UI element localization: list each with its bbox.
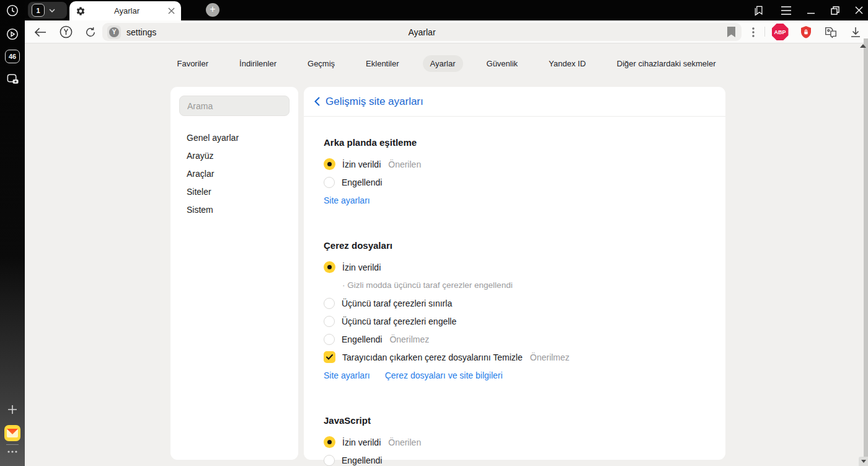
tab-count-badge[interactable]: 46 bbox=[0, 50, 25, 63]
yandex-home-button[interactable] bbox=[55, 20, 76, 43]
option-label: Üçüncü taraf çerezleri engelle bbox=[342, 316, 456, 326]
menu-hamburger-icon[interactable] bbox=[781, 6, 792, 15]
radio-checked-icon[interactable] bbox=[324, 158, 335, 170]
option-badge: Önerilen bbox=[388, 159, 421, 169]
sidebar-item-sistem[interactable]: Sistem bbox=[179, 201, 290, 219]
side-panel-bookmarks-icon[interactable] bbox=[753, 5, 765, 16]
section-background-sync: Arka planda eşitleme İzin verildi Öneril… bbox=[324, 137, 706, 205]
nav-tab-diger-cihazlar[interactable]: Diğer cihazlardaki sekmeler bbox=[609, 55, 724, 72]
settings-nav-tabs: Favoriler İndirilenler Geçmiş Eklentiler… bbox=[25, 55, 868, 72]
window-close-icon[interactable] bbox=[855, 6, 863, 14]
window-minimize-icon[interactable] bbox=[807, 7, 815, 14]
nav-tab-indirilenler[interactable]: İndirilenler bbox=[232, 55, 284, 72]
chevron-down-icon bbox=[49, 9, 55, 12]
settings-sidebar: Genel ayarlar Arayüz Araçlar Siteler Sis… bbox=[170, 87, 298, 460]
nav-tab-eklentiler[interactable]: Eklentiler bbox=[358, 55, 406, 72]
toolbar: Y settings Ayarlar ABP bbox=[25, 20, 868, 43]
sidebar-item-siteler[interactable]: Siteler bbox=[179, 183, 290, 201]
rail-more-icon[interactable] bbox=[0, 450, 25, 454]
address-bar[interactable]: Y settings Ayarlar bbox=[102, 23, 742, 41]
radio-icon[interactable] bbox=[324, 177, 335, 188]
cookies-site-data-link[interactable]: Çerez dosyaları ve site bilgileri bbox=[385, 370, 503, 380]
option-badge: Önerilen bbox=[388, 437, 421, 447]
play-media-icon[interactable] bbox=[0, 27, 25, 41]
back-chevron-icon bbox=[314, 97, 320, 106]
bookmark-icon[interactable] bbox=[727, 27, 735, 37]
section-title: Çerez dosyaları bbox=[324, 240, 706, 251]
tab-counter-value: 1 bbox=[32, 4, 45, 17]
option-label: İzin verildi bbox=[342, 437, 381, 447]
toolbar-divider bbox=[764, 27, 765, 37]
option-label: Engellendi bbox=[342, 177, 382, 187]
url-text: settings bbox=[126, 27, 156, 37]
settings-page: Favoriler İndirilenler Geçmiş Eklentiler… bbox=[25, 43, 868, 466]
refresh-button[interactable] bbox=[80, 20, 101, 43]
option-label: İzin verildi bbox=[342, 262, 381, 272]
checkbox-option[interactable]: Tarayıcıdan çıkarken çerez dosyalarını T… bbox=[324, 348, 706, 366]
radio-checked-icon[interactable] bbox=[324, 261, 335, 273]
gear-icon bbox=[76, 6, 86, 16]
radio-option[interactable]: İzin verildi bbox=[324, 258, 706, 276]
adblock-abp-icon[interactable]: ABP bbox=[769, 20, 790, 43]
window-restore-icon[interactable] bbox=[831, 6, 839, 15]
option-badge: Önerilmez bbox=[389, 334, 429, 344]
nav-tab-guvenlik[interactable]: Güvenlik bbox=[479, 55, 526, 72]
sidebar-item-genel-ayarlar[interactable]: Genel ayarlar bbox=[179, 129, 290, 147]
page-title: Gelişmiş site ayarları bbox=[326, 96, 423, 108]
radio-option[interactable]: Engellendi Önerilmez bbox=[324, 330, 706, 348]
radio-option[interactable]: Engellendi bbox=[324, 451, 706, 466]
screenshot-icon[interactable] bbox=[0, 72, 25, 86]
section-title: JavaScript bbox=[324, 415, 706, 426]
scroll-up-arrow[interactable] bbox=[860, 44, 866, 48]
tab-counter-button[interactable]: 1 bbox=[28, 2, 67, 19]
page-scrollbar[interactable] bbox=[864, 38, 868, 466]
address-more-icon[interactable] bbox=[743, 20, 764, 43]
rail-add-icon[interactable] bbox=[0, 404, 25, 415]
radio-icon[interactable] bbox=[324, 455, 335, 466]
page-favicon: Y bbox=[107, 25, 121, 39]
tab-title: Ayarlar bbox=[86, 6, 168, 16]
rail-divider bbox=[6, 444, 19, 445]
passwords-keys-icon[interactable] bbox=[820, 20, 841, 43]
search-input[interactable] bbox=[179, 96, 290, 116]
section-cookies: Çerez dosyaları İzin verildi · Gizli mod… bbox=[324, 240, 706, 380]
option-label: Engellendi bbox=[342, 455, 382, 465]
option-label: Tarayıcıdan çıkarken çerez dosyalarını T… bbox=[342, 352, 523, 362]
sidebar-item-araclar[interactable]: Araçlar bbox=[179, 165, 290, 183]
section-javascript: JavaScript İzin verildi Önerilen Engelle… bbox=[324, 415, 706, 466]
titlebar: 1 Ayarlar + bbox=[25, 0, 868, 20]
settings-content: Gelişmiş site ayarları Arka planda eşitl… bbox=[304, 87, 725, 460]
radio-option[interactable]: İzin verildi Önerilen bbox=[324, 155, 706, 173]
back-button[interactable] bbox=[30, 20, 51, 43]
option-badge: Önerilmez bbox=[530, 352, 570, 362]
site-settings-link[interactable]: Site ayarları bbox=[324, 195, 370, 205]
checkbox-checked-icon[interactable] bbox=[324, 351, 335, 363]
site-settings-link[interactable]: Site ayarları bbox=[324, 370, 370, 380]
section-title: Arka planda eşitleme bbox=[324, 137, 706, 148]
radio-option[interactable]: İzin verildi Önerilen bbox=[324, 433, 706, 451]
protect-shield-icon[interactable] bbox=[795, 20, 817, 43]
radio-icon[interactable] bbox=[324, 298, 335, 309]
nav-tab-yandex-id[interactable]: Yandex ID bbox=[541, 55, 593, 72]
nav-tab-gecmis[interactable]: Geçmiş bbox=[300, 55, 342, 72]
nav-tab-ayarlar[interactable]: Ayarlar bbox=[423, 55, 463, 72]
yandex-mail-app-icon[interactable] bbox=[0, 425, 25, 441]
option-label: İzin verildi bbox=[342, 159, 381, 169]
scroll-down-arrow[interactable] bbox=[859, 457, 868, 466]
radio-checked-icon[interactable] bbox=[324, 436, 335, 448]
radio-option[interactable]: Engellendi bbox=[324, 173, 706, 191]
radio-icon[interactable] bbox=[324, 316, 335, 327]
side-rail: 46 bbox=[0, 0, 25, 466]
radio-option[interactable]: Üçüncü taraf çerezleri sınırla bbox=[324, 294, 706, 312]
tab-close-icon[interactable] bbox=[168, 7, 175, 14]
sidebar-item-arayuz[interactable]: Arayüz bbox=[179, 147, 290, 165]
downloads-icon[interactable] bbox=[845, 20, 866, 43]
browser-tab[interactable]: Ayarlar bbox=[69, 1, 181, 20]
history-clock-icon[interactable] bbox=[0, 4, 25, 17]
nav-tab-favoriler[interactable]: Favoriler bbox=[169, 55, 216, 72]
radio-icon[interactable] bbox=[324, 334, 335, 345]
new-tab-button[interactable]: + bbox=[206, 3, 219, 17]
radio-option[interactable]: Üçüncü taraf çerezleri engelle bbox=[324, 312, 706, 330]
content-header[interactable]: Gelişmiş site ayarları bbox=[304, 87, 725, 117]
option-label: Engellendi bbox=[342, 334, 382, 344]
